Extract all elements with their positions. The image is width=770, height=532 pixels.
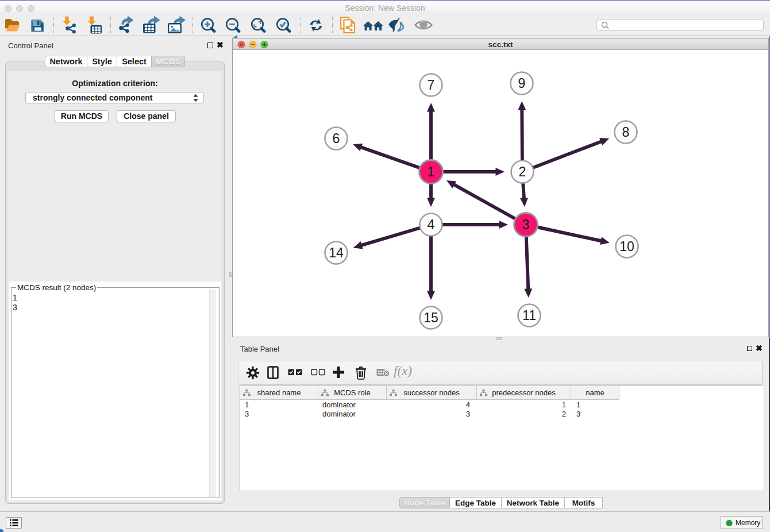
svg-text:1: 1: [428, 164, 435, 179]
svg-text:15: 15: [424, 310, 438, 325]
svg-text:2: 2: [519, 164, 526, 179]
svg-text:11: 11: [522, 308, 536, 323]
svg-text:7: 7: [428, 78, 435, 92]
svg-text:14: 14: [329, 245, 344, 260]
svg-text:3: 3: [522, 217, 530, 232]
svg-text:6: 6: [333, 131, 340, 146]
svg-text:4: 4: [428, 217, 435, 232]
svg-text:9: 9: [518, 76, 526, 91]
svg-text:8: 8: [622, 125, 630, 140]
svg-text:10: 10: [619, 239, 634, 254]
